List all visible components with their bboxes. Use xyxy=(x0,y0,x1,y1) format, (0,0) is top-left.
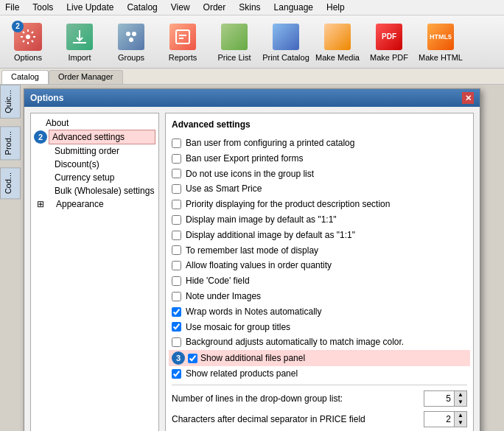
options-label: Options xyxy=(14,53,42,62)
checkbox-additional-image-input[interactable] xyxy=(172,231,181,240)
checkbox-additional-image: Display additional image by default as "… xyxy=(172,228,467,243)
checkbox-priority-input[interactable] xyxy=(172,200,181,209)
printcatalog-icon-area xyxy=(271,22,301,52)
makepdf-icon: PDF xyxy=(376,24,402,50)
reports-label: Reports xyxy=(169,53,197,62)
checkbox-floating-input[interactable] xyxy=(172,261,181,270)
expand-icon: ⊞ xyxy=(37,199,44,209)
tree-item-appearance[interactable]: Appearance xyxy=(44,197,155,211)
tree-item-submitting[interactable]: Submitting order xyxy=(34,144,155,158)
makehtml-icon-area: HTML5 xyxy=(426,22,455,52)
tab-catalog[interactable]: Catalog xyxy=(1,70,49,84)
main-area: Quic... Prod... Cod... Options ✕ About 2… xyxy=(0,85,504,431)
options-button[interactable]: 2 Options xyxy=(3,18,53,66)
menu-skins[interactable]: Skins xyxy=(237,1,262,13)
menu-tools[interactable]: Tools xyxy=(30,1,55,13)
spin-dropdown-input[interactable] xyxy=(424,393,454,404)
settings-title: Advanced settings xyxy=(172,119,467,130)
import-label: Import xyxy=(68,53,91,62)
spin-dropdown-box: ▲ ▼ xyxy=(424,390,467,407)
spin-dropdown-up[interactable]: ▲ xyxy=(455,391,466,399)
checkbox-smart-price-input[interactable] xyxy=(172,184,181,194)
checkbox-priority: Priority displaying for the product desc… xyxy=(172,197,467,212)
menu-language[interactable]: Language xyxy=(272,1,315,13)
checkbox-smart-price-label: Use as Smart Price xyxy=(186,183,262,195)
checkbox-show-additional-input[interactable] xyxy=(188,354,197,363)
tree-item-about[interactable]: About xyxy=(34,116,155,130)
checkbox-bg-adjust-input[interactable] xyxy=(172,337,181,347)
spin-dropdown-label: Number of lines in the drop-down group l… xyxy=(172,393,419,404)
checkbox-hide-code-label: Hide 'Code' field xyxy=(186,275,250,287)
spin-decimal-down[interactable]: ▼ xyxy=(455,419,466,427)
tree-panel: About 2 Advanced settings Submitting ord… xyxy=(30,113,159,431)
highlight-badge-3: 3 xyxy=(172,351,185,365)
spin-row-dropdown: Number of lines in the drop-down group l… xyxy=(172,388,467,409)
menu-bar: File Tools Live Update Catalog View Orde… xyxy=(0,0,504,15)
spin-decimal-btns: ▲ ▼ xyxy=(454,412,466,427)
checkbox-no-icons-input[interactable] xyxy=(172,169,181,178)
checkbox-ban-export-label: Ban user Export printed forms xyxy=(186,153,303,165)
options-dialog: Options ✕ About 2 Advanced settings Subm… xyxy=(24,88,480,431)
menu-help[interactable]: Help xyxy=(324,1,347,13)
checkbox-remember-mode-label: To remember last mode of display xyxy=(186,245,318,257)
checkbox-show-additional-label: Show additional files panel xyxy=(200,353,305,363)
reports-button[interactable]: Reports xyxy=(158,18,208,66)
tree-item-currency[interactable]: Currency setup xyxy=(34,171,155,184)
printcatalog-button[interactable]: Print Catalog xyxy=(261,18,311,66)
groups-button[interactable]: Groups xyxy=(106,18,156,66)
menu-order[interactable]: Order xyxy=(201,1,228,13)
menu-view[interactable]: View xyxy=(169,1,192,13)
reports-icon xyxy=(169,24,196,50)
reports-icon-area xyxy=(168,22,197,52)
dialog-titlebar: Options ✕ xyxy=(24,89,480,107)
checkbox-main-image-input[interactable] xyxy=(172,215,181,225)
makehtml-button[interactable]: HTML5 Make HTML xyxy=(416,18,466,66)
spin-dropdown-down[interactable]: ▼ xyxy=(455,399,466,406)
svg-point-2 xyxy=(132,32,136,36)
checkbox-mosaic: Use mosaic for group titles xyxy=(172,320,467,335)
checkbox-note-images-input[interactable] xyxy=(172,292,181,301)
checkbox-ban-configure-input[interactable] xyxy=(172,139,181,148)
checkbox-ban-configure-label: Ban user from configuring a printed cata… xyxy=(186,137,354,150)
checkbox-wrap-words-input[interactable] xyxy=(172,307,181,317)
pricelist-icon-area xyxy=(220,22,249,52)
import-button[interactable]: Import xyxy=(55,18,105,66)
options-icon-area: 2 xyxy=(13,22,43,52)
tree-badge-2: 2 xyxy=(34,130,47,144)
checkbox-main-image: Display main image by default as "1:1" xyxy=(172,212,467,228)
checkbox-remember-mode-input[interactable] xyxy=(172,245,181,255)
checkbox-additional-image-label: Display additional image by default as "… xyxy=(186,229,355,242)
tree-item-discount[interactable]: Discount(s) xyxy=(34,158,155,171)
tree-item-bulk[interactable]: Bulk (Wholesale) settings xyxy=(34,184,155,197)
pricelist-button[interactable]: Price List xyxy=(209,18,259,66)
dialog-body: About 2 Advanced settings Submitting ord… xyxy=(24,107,480,431)
dialog-close-button[interactable]: ✕ xyxy=(462,92,474,104)
checkbox-main-image-label: Display main image by default as "1:1" xyxy=(186,214,337,226)
checkbox-smart-price: Use as Smart Price xyxy=(172,181,467,197)
checkbox-remember-mode: To remember last mode of display xyxy=(172,243,467,259)
checkbox-wrap-words: Wrap words in Notes automatically xyxy=(172,304,467,320)
pricelist-label: Price List xyxy=(217,53,251,62)
tab-ordermanager[interactable]: Order Manager xyxy=(49,70,123,84)
settings-panel: Advanced settings Ban user from configur… xyxy=(165,113,474,431)
makemedia-label: Make Media xyxy=(315,53,360,62)
checkbox-ban-export: Ban user Export printed forms xyxy=(172,151,467,167)
menu-file[interactable]: File xyxy=(3,1,21,13)
checkbox-ban-export-input[interactable] xyxy=(172,154,181,164)
groups-icon xyxy=(118,24,144,50)
spin-decimal-up[interactable]: ▲ xyxy=(455,412,466,419)
menu-catalog[interactable]: Catalog xyxy=(125,1,159,13)
groups-label: Groups xyxy=(118,53,144,62)
makepdf-icon-area: PDF xyxy=(374,22,404,52)
checkbox-mosaic-input[interactable] xyxy=(172,322,181,332)
makemedia-button[interactable]: Make Media xyxy=(312,18,363,66)
spin-row-decimal: Characters after decimal separator in PR… xyxy=(172,409,467,430)
checkbox-hide-code-input[interactable] xyxy=(172,276,181,286)
toolbar: 2 Options Import Groups Reports xyxy=(0,15,504,69)
checkbox-hide-code: Hide 'Code' field xyxy=(172,273,467,289)
makepdf-button[interactable]: PDF Make PDF xyxy=(364,18,414,66)
spin-decimal-input[interactable] xyxy=(424,413,454,425)
tree-item-advanced[interactable]: Advanced settings xyxy=(49,130,155,144)
checkbox-show-related-input[interactable] xyxy=(172,369,181,379)
menu-liveupdate[interactable]: Live Update xyxy=(64,1,116,13)
